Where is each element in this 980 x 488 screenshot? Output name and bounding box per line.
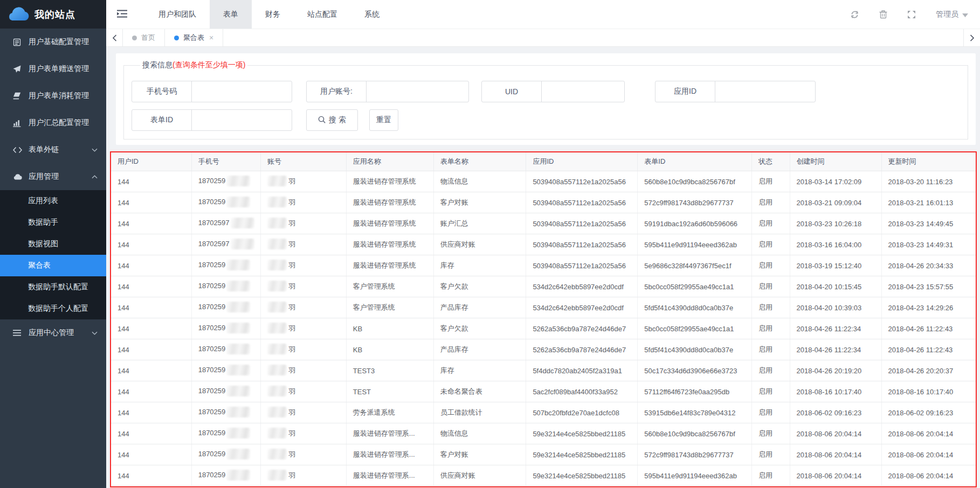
cell-text: 144 — [118, 367, 129, 375]
trash-icon[interactable] — [879, 10, 887, 19]
field-app-id-label: 应用ID — [655, 81, 715, 102]
cell-app-name: 服装进销存管理系统 — [346, 255, 433, 276]
cell-form-id: 5bc0cc058f29955ae49cc1a1 — [638, 318, 752, 339]
cell-app-id: 5ac2fcf089baf4400f33a952 — [526, 381, 638, 402]
reset-button[interactable]: 重置 — [369, 109, 398, 131]
cell-text: 羽 — [288, 429, 295, 437]
sidebar-subitem-data-helper-default-config[interactable]: 数据助手默认配置 — [0, 276, 106, 298]
redaction-blur — [267, 323, 287, 333]
cell-app-id: 59e3214e4ce5825bbed21185 — [526, 465, 638, 486]
cell-text: 534d2c642ebb5897ee2d0cdf — [533, 304, 623, 312]
top-nav-tab-site-config[interactable]: 站点配置 — [294, 0, 351, 29]
cell-text: 2018-08-06 20:04:14 — [797, 451, 862, 459]
cell-form-id: 59191dbac192a6d60b596066 — [638, 213, 752, 234]
sidebar-item-user-summary-config[interactable]: 用户汇总配置管理 — [0, 109, 106, 136]
cell-updated-at: 2018-08-16 10:17:40 — [881, 381, 976, 402]
search-legend-warning: (查询条件至少填一项) — [172, 60, 245, 69]
cell-form-name: 客户对账 — [433, 192, 526, 213]
cell-phone: 18702597 — [191, 234, 260, 255]
top-nav-tab-system[interactable]: 系统 — [351, 0, 393, 29]
table-row: 1441870259羽TEST3库存5f4ddc7820ab2405f2a319… — [111, 360, 976, 381]
cell-form-name: 供应商对账 — [433, 234, 526, 255]
sidebar-collapse-button[interactable] — [106, 0, 137, 29]
cell-text: 服装进销存管理系... — [353, 471, 415, 479]
cell-text: 59e3214e4ce5825bbed21185 — [533, 451, 625, 459]
uid-input[interactable] — [542, 81, 624, 102]
cell-status: 启用 — [752, 192, 790, 213]
cell-text: 启用 — [758, 429, 772, 437]
cell-text: 羽 — [288, 324, 295, 332]
cell-app-id: 5039408a557112e1a2025a56 — [526, 213, 638, 234]
sidebar-subitem-aggregate-table[interactable]: 聚合表 — [0, 255, 106, 276]
cell-phone: 1870259 — [191, 255, 260, 276]
cell-text: 2018-08-06 20:04:14 — [888, 451, 954, 459]
top-header: 用户和团队表单财务站点配置系统 管理员 — [106, 0, 980, 29]
redaction-blur — [226, 344, 250, 354]
cell-text: 物流信息 — [440, 177, 468, 185]
cell-app-id: 5262a536cb9a787e24d46de7 — [526, 339, 638, 360]
sidebar-item-app-management[interactable]: 应用管理 — [0, 163, 106, 190]
user-menu[interactable]: 管理员 — [936, 10, 968, 19]
cell-created-at: 2018-06-02 09:16:23 — [790, 402, 881, 423]
page-tab-home[interactable]: 首页 — [123, 29, 165, 46]
cell-phone: 1870259 — [191, 276, 260, 297]
form-id-input[interactable] — [192, 110, 292, 130]
sidebar-item-user-form-consume[interactable]: 用户表单消耗管理 — [0, 82, 106, 109]
top-nav-tab-forms[interactable]: 表单 — [210, 0, 252, 29]
form-icon — [13, 38, 23, 46]
table-row: 1441870259羽服装进销存管理系...客户对账59e3214e4ce582… — [111, 444, 976, 465]
sidebar-subitem-data-helper[interactable]: 数据助手 — [0, 212, 106, 233]
cell-text: 服装进销存管理系统 — [353, 198, 416, 206]
sidebar-item-app-center-management[interactable]: 应用中心管理 — [0, 319, 106, 346]
cell-text: 服装进销存管理系统 — [353, 240, 416, 248]
refresh-icon[interactable] — [850, 10, 859, 19]
cell-user-id: 144 — [111, 318, 191, 339]
tabs-scroll-left-button[interactable] — [106, 29, 123, 46]
results-table-highlight: 用户ID手机号账号应用名称表单名称应用ID表单ID状态创建时间更新时间 1441… — [110, 151, 977, 487]
cell-text: 144 — [118, 283, 129, 291]
cell-text: KB — [353, 325, 362, 333]
cell-phone: 1870259 — [191, 444, 260, 465]
cell-text: 59e3214e4ce5825bbed21185 — [533, 430, 625, 438]
sidebar-item-label: 用户汇总配置管理 — [29, 118, 89, 128]
cell-created-at: 2018-08-06 20:04:14 — [790, 444, 881, 465]
page-tab-aggregate-table[interactable]: 聚合表 × — [165, 29, 223, 46]
tabs-scroll-right-button[interactable] — [963, 29, 980, 46]
cell-text: 59e3214e4ce5825bbed21185 — [533, 472, 625, 480]
sidebar-subitem-app-list[interactable]: 应用列表 — [0, 190, 106, 212]
tab-close-icon[interactable]: × — [209, 34, 213, 41]
sidebar-item-form-external-link[interactable]: 表单外链 — [0, 136, 106, 163]
cell-text: 启用 — [758, 303, 772, 311]
cell-text: 144 — [118, 262, 129, 270]
cell-phone: 1870259 — [191, 192, 260, 213]
account-input[interactable] — [367, 81, 468, 102]
cell-created-at: 2018-03-23 10:26:18 — [790, 213, 881, 234]
cell-text: 2018-08-06 20:04:14 — [888, 430, 954, 438]
fullscreen-icon[interactable] — [907, 10, 916, 19]
phone-input[interactable] — [192, 81, 292, 102]
sidebar-subitem-data-helper-personal-config[interactable]: 数据助手个人配置 — [0, 298, 106, 319]
redaction-blur — [226, 260, 250, 270]
cell-text: 2018-04-26 20:20:37 — [888, 367, 954, 375]
column-header-created-at: 创建时间 — [790, 152, 881, 171]
sidebar-item-user-base-config[interactable]: 用户基础配置管理 — [0, 29, 106, 55]
top-nav-tab-finance[interactable]: 财务 — [252, 0, 294, 29]
cell-user-id: 144 — [111, 381, 191, 402]
table-row: 14418702597羽服装进销存管理系统账户汇总5039408a557112e… — [111, 213, 976, 234]
cell-text: 144 — [118, 325, 129, 333]
sidebar-item-label: 用户表单消耗管理 — [29, 91, 89, 101]
top-nav-tab-users-teams[interactable]: 用户和团队 — [145, 0, 210, 29]
cell-text: 服装进销存管理系... — [353, 450, 415, 458]
cell-form-name: 物流信息 — [433, 171, 526, 192]
cell-status: 启用 — [752, 465, 790, 486]
cell-updated-at: 2018-04-26 11:22:43 — [881, 339, 976, 360]
angle-brackets-icon — [13, 147, 23, 154]
sidebar-item-user-form-gift[interactable]: 用户表单赠送管理 — [0, 55, 106, 82]
cell-account: 羽 — [260, 297, 346, 318]
search-button[interactable]: 搜 索 — [306, 109, 358, 131]
sidebar-subitem-data-view[interactable]: 数据视图 — [0, 233, 106, 255]
redaction-blur — [267, 470, 287, 480]
app-id-input[interactable] — [715, 81, 815, 102]
redaction-blur — [231, 218, 254, 228]
caret-down-icon — [962, 10, 968, 19]
